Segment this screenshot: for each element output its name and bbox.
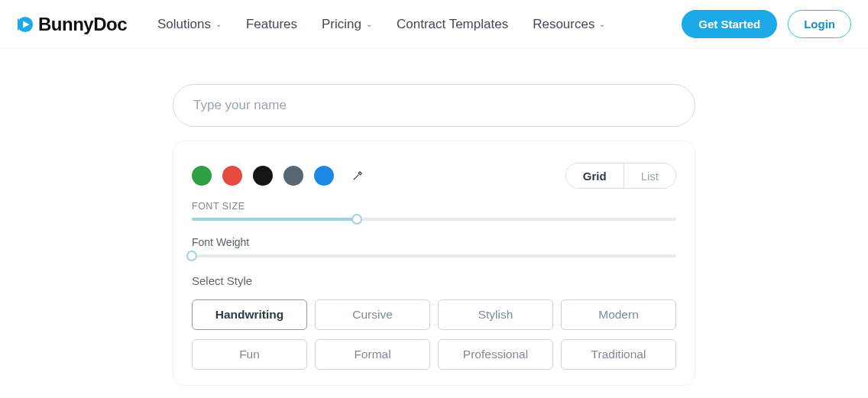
main-nav: Solutions ⌄ Features Pricing ⌄ Contract … [157, 17, 682, 32]
style-formal[interactable]: Formal [315, 339, 430, 370]
view-list-button[interactable]: List [624, 163, 675, 188]
nav-solutions[interactable]: Solutions ⌄ [157, 17, 222, 32]
options-card: Grid List FONT SIZE Font Weight Select S… [173, 141, 695, 386]
color-green[interactable] [192, 166, 212, 186]
nav-features[interactable]: Features [246, 17, 297, 32]
style-stylish[interactable]: Stylish [438, 299, 553, 330]
header: BunnyDoc Solutions ⌄ Features Pricing ⌄ … [0, 0, 868, 49]
card-top-row: Grid List [192, 163, 676, 189]
login-button[interactable]: Login [788, 10, 851, 38]
style-traditional[interactable]: Traditional [561, 339, 676, 370]
nav-features-label: Features [246, 17, 297, 32]
color-red[interactable] [222, 166, 242, 186]
color-slate[interactable] [283, 166, 303, 186]
font-size-fill [192, 218, 357, 221]
nav-pricing[interactable]: Pricing ⌄ [322, 17, 372, 32]
font-size-thumb[interactable] [351, 214, 362, 225]
get-started-button[interactable]: Get Started [682, 10, 777, 38]
style-handwriting[interactable]: Handwriting [192, 299, 307, 330]
font-weight-thumb[interactable] [186, 251, 197, 261]
logo[interactable]: BunnyDoc [17, 14, 127, 35]
nav-pricing-label: Pricing [322, 17, 361, 32]
nav-contract-templates-label: Contract Templates [397, 17, 508, 32]
style-modern[interactable]: Modern [561, 299, 676, 330]
header-actions: Get Started Login [682, 10, 851, 38]
font-size-slider[interactable] [192, 218, 676, 221]
nav-resources[interactable]: Resources ⌄ [533, 17, 605, 32]
color-black[interactable] [253, 166, 273, 186]
eyedropper-icon[interactable] [352, 170, 363, 181]
styles-grid: Handwriting Cursive Stylish Modern Fun F… [192, 299, 676, 370]
logo-icon [17, 16, 34, 33]
style-cursive[interactable]: Cursive [315, 299, 430, 330]
style-fun[interactable]: Fun [192, 339, 307, 370]
view-grid-button[interactable]: Grid [566, 163, 624, 188]
main-content: Grid List FONT SIZE Font Weight Select S… [0, 49, 868, 386]
nav-solutions-label: Solutions [157, 17, 211, 32]
font-size-label: FONT SIZE [192, 201, 676, 212]
color-blue[interactable] [314, 166, 334, 186]
svg-rect-1 [18, 18, 19, 30]
nav-contract-templates[interactable]: Contract Templates [397, 17, 508, 32]
view-toggle: Grid List [565, 163, 676, 189]
chevron-down-icon: ⌄ [599, 20, 605, 28]
nav-resources-label: Resources [533, 17, 594, 32]
color-swatches [192, 166, 363, 186]
font-weight-slider[interactable] [192, 254, 676, 257]
name-input[interactable] [173, 84, 695, 127]
font-weight-label: Font Weight [192, 236, 676, 248]
logo-text: BunnyDoc [38, 14, 127, 35]
chevron-down-icon: ⌄ [215, 20, 222, 28]
chevron-down-icon: ⌄ [366, 20, 372, 28]
select-style-label: Select Style [192, 274, 676, 287]
style-professional[interactable]: Professional [438, 339, 553, 370]
